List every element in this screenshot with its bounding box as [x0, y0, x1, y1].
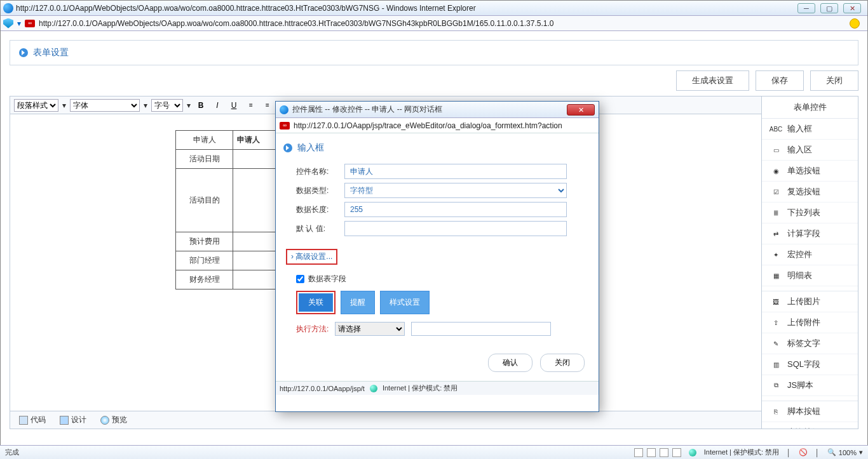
- tab-remind-button[interactable]: 提醒: [341, 291, 375, 314]
- url-text[interactable]: http://127.0.0.1/OAapp/WebObjects/OAapp.…: [39, 19, 846, 28]
- sidebar-item[interactable]: ABC输入框: [762, 119, 858, 140]
- action-row: 生成表设置 保存 关闭: [2, 65, 866, 96]
- sidebar-item-label: 输入区: [787, 144, 812, 156]
- exec-method-input[interactable]: [411, 322, 551, 336]
- zoom-control[interactable]: 🔍 100% ▾: [827, 448, 863, 456]
- size-select[interactable]: 字号: [151, 99, 183, 112]
- sidebar-item[interactable]: ☑复选按钮: [762, 182, 858, 203]
- sidebar-item-label: 下拉列表: [787, 207, 820, 218]
- datatable-field-label: 数据表字段: [308, 274, 346, 284]
- tab-code[interactable]: 代码: [17, 413, 48, 427]
- cell-label: 预计费用: [176, 232, 233, 251]
- default-value-input[interactable]: [344, 221, 567, 236]
- sidebar-item[interactable]: ✦宏控件: [762, 244, 858, 265]
- control-properties-dialog: 控件属性 -- 修改控件 -- 申请人 -- 网页对话框 ✕ ∞ http://…: [275, 101, 599, 412]
- control-name-input[interactable]: [344, 164, 567, 179]
- cell-label: 部门经理: [176, 251, 233, 270]
- design-icon: [60, 416, 69, 425]
- sidebar-item[interactable]: ⧉JS脚本: [762, 375, 858, 396]
- data-length-input[interactable]: [344, 202, 567, 217]
- sidebar-item[interactable]: ⎘脚本按钮: [762, 401, 858, 422]
- dialog-ok-button[interactable]: 确认: [488, 354, 532, 372]
- control-name-label: 控件名称:: [296, 166, 337, 177]
- ie-icon: [280, 105, 288, 114]
- advanced-settings-link[interactable]: 高级设置...: [286, 249, 337, 265]
- close-button[interactable]: 关闭: [810, 70, 858, 91]
- sidebar-item[interactable]: ▥SQL字段: [762, 354, 858, 375]
- align-left-button[interactable]: ≡: [244, 99, 257, 112]
- compat-icon: ∞: [280, 122, 290, 130]
- cell-label: 活动目的: [176, 169, 233, 232]
- sidebar-item[interactable]: 🔍查询按钮: [762, 422, 858, 429]
- mode-tabs: 代码 设计 预览: [10, 411, 761, 429]
- arrow-right-icon: [283, 143, 292, 152]
- sidebar-item[interactable]: ▭输入区: [762, 140, 858, 161]
- sidebar-item-label: 输入框: [787, 123, 812, 135]
- code-icon: [19, 416, 28, 425]
- sidebar-item-icon: ⧉: [771, 380, 781, 390]
- sidebar-item-label: 宏控件: [787, 249, 812, 260]
- generate-button[interactable]: 生成表设置: [676, 70, 749, 91]
- sidebar-item-icon: 🖼: [771, 296, 781, 307]
- tab-preview[interactable]: 预览: [98, 413, 130, 427]
- sidebar-item[interactable]: ⇪上传附件: [762, 312, 858, 333]
- dialog-cancel-button[interactable]: 关闭: [540, 354, 585, 372]
- bold-button[interactable]: B: [194, 99, 207, 112]
- cell-label: 申请人: [176, 131, 233, 150]
- sidebar-item-icon: ABC: [771, 124, 781, 134]
- window-titlebar: http://127.0.0.1/OAapp/WebObjects/OAapp.…: [1, 1, 867, 16]
- underline-button[interactable]: U: [227, 99, 240, 112]
- minimize-button[interactable]: ─: [797, 3, 815, 13]
- preview-icon: [100, 416, 109, 425]
- data-type-select[interactable]: 字符型: [344, 183, 567, 198]
- sidebar-item[interactable]: ⇄计算字段: [762, 223, 858, 244]
- form-table: 申请人 申请人 活动日期 活动目的 预计费用: [175, 130, 283, 289]
- dialog-close-button[interactable]: ✕: [567, 104, 595, 116]
- window-close-button[interactable]: ✕: [843, 3, 861, 13]
- datatable-field-checkbox[interactable]: [296, 275, 304, 283]
- status-icon: [672, 448, 681, 457]
- sidebar-item-label: 明细表: [787, 270, 812, 281]
- dialog-section-title: 输入框: [297, 142, 324, 154]
- ie-icon: [3, 3, 13, 13]
- sidebar-item-label: 复选按钮: [787, 186, 820, 197]
- table-row: 申请人 申请人: [176, 131, 283, 150]
- sidebar-item-icon: ⇪: [771, 317, 781, 328]
- dialog-title: 控件属性 -- 修改控件 -- 申请人 -- 网页对话框: [292, 104, 563, 115]
- sidebar-item-label: 计算字段: [787, 228, 820, 239]
- sidebar-item[interactable]: ≣下拉列表: [762, 203, 858, 223]
- italic-button[interactable]: I: [211, 99, 224, 112]
- paragraph-select[interactable]: 段落样式: [14, 99, 58, 112]
- sidebar-item-icon: ✎: [771, 338, 781, 349]
- sidebar-item-label: 查询按钮: [787, 427, 820, 429]
- dialog-status-right: Internet | 保护模式: 禁用: [383, 383, 458, 393]
- data-type-label: 数据类型:: [296, 185, 337, 196]
- cell-label: 活动日期: [176, 150, 233, 169]
- sidebar-item[interactable]: ◉单选按钮: [762, 161, 858, 182]
- zoom-value: 100%: [839, 449, 857, 456]
- save-button[interactable]: 保存: [756, 70, 804, 91]
- maximize-button[interactable]: ▢: [820, 3, 838, 13]
- sidebar-item-icon: ⇄: [771, 229, 781, 239]
- window-title: http://127.0.0.1/OAapp/WebObjects/OAapp.…: [16, 4, 795, 13]
- shield-icon: [3, 18, 13, 29]
- align-center-button[interactable]: ≡: [261, 99, 273, 112]
- exec-method-select[interactable]: 请选择: [335, 322, 405, 336]
- status-internet: Internet | 保护模式: 禁用: [704, 448, 779, 457]
- tab-link-button[interactable]: 关联: [299, 293, 333, 312]
- tab-design[interactable]: 设计: [57, 413, 89, 427]
- sidebar-item[interactable]: ▦明细表: [762, 265, 858, 286]
- sidebar-item-icon: ≣: [771, 208, 781, 218]
- status-icon: [634, 448, 643, 457]
- font-select[interactable]: 字体: [70, 99, 140, 112]
- sidebar-item-label: 上传附件: [787, 317, 820, 328]
- page-header: 表单设置: [10, 40, 858, 65]
- sidebar-item-icon: ◉: [771, 166, 781, 176]
- sidebar-item[interactable]: 🖼上传图片: [762, 291, 858, 312]
- tab-style-button[interactable]: 样式设置: [380, 291, 430, 314]
- sidebar-item-label: JS脚本: [787, 380, 813, 391]
- sidebar-item-icon: ⎘: [771, 406, 781, 416]
- sidebar-item[interactable]: ✎标签文字: [762, 333, 858, 354]
- page-title: 表单设置: [33, 47, 69, 58]
- compat-icon: ∞: [25, 20, 35, 27]
